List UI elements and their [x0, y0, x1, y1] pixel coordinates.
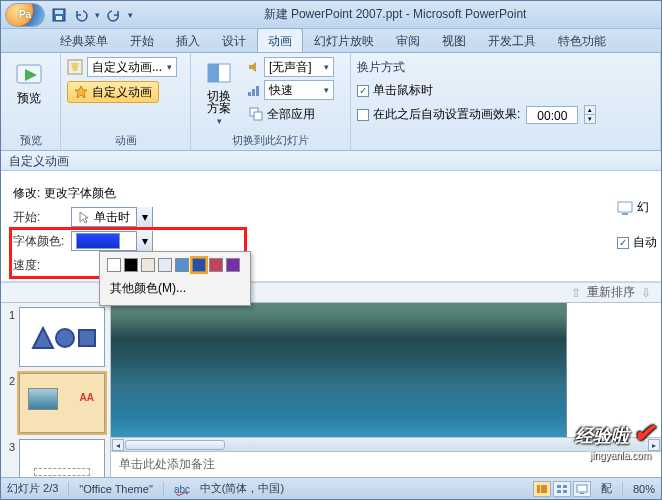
svg-rect-18 — [79, 330, 95, 346]
tab-design[interactable]: 设计 — [211, 28, 257, 52]
color-swatch-white[interactable] — [107, 258, 121, 272]
font-color-label: 字体颜色: — [13, 233, 65, 250]
color-swatch-black[interactable] — [124, 258, 138, 272]
color-swatch-blue[interactable] — [175, 258, 189, 272]
status-bar: 幻灯片 2/3 "Office Theme" abc 中文(简体，中国) 配 8… — [1, 477, 661, 499]
chevron-down-icon[interactable]: ▾ — [136, 231, 152, 251]
svg-rect-10 — [252, 89, 255, 96]
custom-anim-pane-header: 自定义动画 — [1, 151, 661, 171]
thumbnail-1[interactable]: 1 — [5, 307, 106, 367]
undo-more-icon[interactable]: ▾ — [95, 10, 100, 20]
svg-point-17 — [56, 329, 74, 347]
color-swatch-darkblue[interactable] — [192, 258, 206, 272]
arrow-up-icon[interactable]: ⇧ — [571, 286, 581, 300]
tab-features[interactable]: 特色功能 — [547, 28, 617, 52]
custom-anim-combo[interactable]: 自定义动画... ▾ — [87, 57, 177, 77]
normal-view-button[interactable] — [533, 481, 551, 497]
tab-review[interactable]: 审阅 — [385, 28, 431, 52]
chevron-down-icon: ▾ — [217, 116, 222, 126]
slideshow-label: 幻 — [637, 199, 649, 216]
anim-settings-panel: 修改: 更改字体颜色 开始: 单击时 ▾ 字体颜色: — [1, 171, 661, 282]
language-indicator[interactable]: 中文(简体，中国) — [200, 481, 284, 496]
font-color-dropdown[interactable]: ▾ — [71, 231, 153, 251]
svg-rect-1 — [55, 10, 63, 14]
start-dropdown[interactable]: 单击时 ▾ — [71, 207, 153, 227]
scroll-thumb[interactable] — [125, 440, 225, 450]
sound-icon — [247, 60, 261, 74]
tab-home[interactable]: 开始 — [119, 28, 165, 52]
on-click-checkbox[interactable]: ✓ 单击鼠标时 — [357, 82, 433, 99]
horizontal-scrollbar[interactable]: ◂ ▸ — [111, 437, 661, 451]
arrow-down-icon[interactable]: ⇩ — [641, 286, 651, 300]
svg-rect-27 — [580, 493, 584, 494]
checkbox-checked-icon: ✓ — [617, 237, 629, 249]
notes-pane[interactable]: 单击此处添加备注 — [111, 451, 661, 477]
speed-value: 快速 — [269, 82, 293, 99]
transition-label: 切换 方案 — [207, 90, 231, 114]
color-swatch-red[interactable] — [209, 258, 223, 272]
ribbon: 预览 预览 自定义动画... ▾ — [1, 53, 661, 151]
tab-classic[interactable]: 经典菜单 — [49, 28, 119, 52]
transition-scheme-button[interactable]: 切换 方案 ▾ — [197, 57, 241, 129]
scroll-right-icon[interactable]: ▸ — [648, 439, 660, 451]
apply-all-button[interactable]: 全部应用 — [247, 103, 334, 125]
chevron-down-icon: ▾ — [324, 62, 329, 72]
window-title: 新建 PowerPoint 2007.ppt - Microsoft Power… — [133, 6, 657, 23]
modify-label: 修改: 更改字体颜色 — [13, 185, 116, 202]
svg-rect-26 — [577, 485, 587, 492]
scroll-left-icon[interactable]: ◂ — [112, 439, 124, 451]
speed-icon — [247, 83, 261, 97]
undo-icon[interactable] — [73, 7, 89, 23]
svg-rect-15 — [622, 213, 628, 215]
color-swatch-tan[interactable] — [141, 258, 155, 272]
color-swatch-purple[interactable] — [226, 258, 240, 272]
after-label: 在此之后自动设置动画效果: — [373, 106, 520, 123]
speed-combo[interactable]: 快速▾ — [264, 80, 334, 100]
slideshow-button[interactable]: 幻 — [617, 199, 649, 216]
chevron-down-icon[interactable]: ▾ — [136, 207, 152, 227]
more-colors-item[interactable]: 其他颜色(M)... — [104, 276, 246, 301]
autoplay-label: 自动 — [633, 234, 657, 251]
slide-canvas[interactable] — [111, 303, 661, 437]
anim-icon — [67, 59, 83, 75]
zoom-level[interactable]: 80% — [633, 483, 655, 495]
sound-combo[interactable]: [无声音]▾ — [264, 57, 334, 77]
spin-down-icon[interactable]: ▾ — [584, 115, 596, 124]
thumbnail-3[interactable]: 3 — [5, 439, 106, 477]
tab-developer[interactable]: 开发工具 — [477, 28, 547, 52]
color-swatch-lightblue[interactable] — [158, 258, 172, 272]
slideshow-icon — [617, 201, 633, 215]
spellcheck-icon[interactable]: abc — [174, 482, 190, 496]
more-colors-label: 其他颜色(M)... — [110, 281, 186, 295]
sorter-view-button[interactable] — [553, 481, 571, 497]
group-preview: 预览 — [7, 132, 54, 150]
spin-up-icon[interactable]: ▴ — [584, 105, 596, 115]
time-input[interactable]: 00:00 — [526, 106, 578, 124]
after-checkbox[interactable]: 在此之后自动设置动画效果: — [357, 106, 520, 123]
on-click-label: 单击鼠标时 — [373, 82, 433, 99]
save-icon[interactable] — [51, 7, 67, 23]
start-value: 单击时 — [94, 209, 130, 226]
tab-animations[interactable]: 动画 — [257, 28, 303, 52]
svg-rect-11 — [256, 86, 259, 96]
office-button[interactable]: Pa — [5, 3, 45, 27]
custom-anim-button[interactable]: 自定义动画 — [67, 81, 159, 103]
svg-marker-16 — [33, 328, 53, 348]
tab-view[interactable]: 视图 — [431, 28, 477, 52]
svg-rect-14 — [618, 202, 632, 212]
svg-rect-2 — [56, 16, 62, 20]
scheme-label: 配 — [601, 481, 612, 496]
preview-icon — [15, 60, 43, 88]
titlebar: Pa ▾ ▾ 新建 PowerPoint 2007.ppt - Microsof… — [1, 1, 661, 29]
color-picker-popup: 其他颜色(M)... — [99, 251, 251, 306]
preview-button[interactable]: 预览 — [7, 57, 51, 110]
svg-rect-20 — [537, 485, 540, 493]
redo-icon[interactable] — [106, 7, 122, 23]
slideshow-view-button[interactable] — [573, 481, 591, 497]
svg-rect-23 — [563, 485, 567, 488]
tab-slideshow[interactable]: 幻灯片放映 — [303, 28, 385, 52]
thumbnail-2[interactable]: 2 AA — [5, 373, 106, 433]
autoplay-checkbox[interactable]: ✓ 自动 — [617, 234, 657, 251]
tab-insert[interactable]: 插入 — [165, 28, 211, 52]
ribbon-tabs: 经典菜单 开始 插入 设计 动画 幻灯片放映 审阅 视图 开发工具 特色功能 — [1, 29, 661, 53]
